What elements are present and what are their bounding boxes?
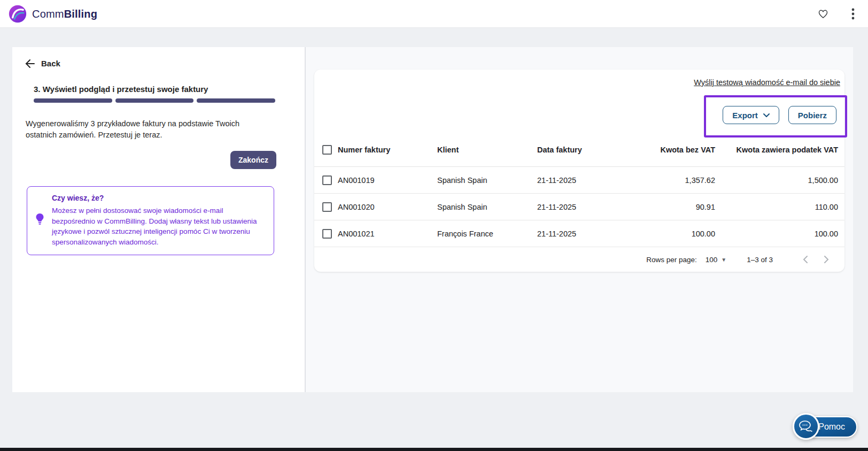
amount-gross: 1,500.00 bbox=[715, 176, 838, 185]
invoice-date: 21-11-2025 bbox=[537, 176, 637, 185]
column-header: Kwota bez VAT bbox=[637, 146, 715, 154]
select-row-checkbox[interactable] bbox=[322, 175, 332, 185]
invoice-table-card: Wyślij testową wiadomość e-mail do siebi… bbox=[314, 70, 844, 272]
amount-gross: 110.00 bbox=[715, 203, 838, 211]
select-row-checkbox[interactable] bbox=[322, 229, 332, 239]
commbilling-logo-icon bbox=[9, 5, 27, 23]
rows-per-page-select[interactable]: 100 ▼ bbox=[706, 256, 726, 264]
tip-title: Czy wiesz, że? bbox=[52, 194, 265, 202]
help-label: Pomoc bbox=[818, 422, 845, 432]
client-name: Spanish Spain bbox=[437, 176, 537, 185]
export-label: Export bbox=[732, 111, 758, 120]
lightbulb-icon bbox=[36, 213, 44, 227]
invoice-number: AN001020 bbox=[338, 203, 437, 211]
select-all-checkbox[interactable] bbox=[322, 145, 332, 155]
step-title: 3. Wyświetl podgląd i przetestuj swoje f… bbox=[34, 85, 208, 94]
step-progress-bar bbox=[34, 98, 275, 103]
app-header: CommBilling bbox=[0, 0, 868, 28]
table-row[interactable]: AN001019 Spanish Spain 21-11-2025 1,357.… bbox=[314, 167, 844, 194]
page: CommBilling bbox=[0, 0, 868, 451]
chevron-left-icon[interactable] bbox=[797, 252, 812, 267]
invoice-date: 21-11-2025 bbox=[537, 230, 637, 238]
download-button[interactable]: Pobierz bbox=[788, 106, 836, 124]
invoice-table: Numer faktury Klient Data faktury Kwota … bbox=[314, 133, 844, 247]
progress-segment bbox=[197, 98, 275, 103]
table-pagination: Rows per page: 100 ▼ 1–3 of 3 bbox=[314, 247, 844, 272]
select-row-checkbox[interactable] bbox=[322, 202, 332, 212]
column-header: Klient bbox=[437, 146, 537, 154]
back-label: Back bbox=[41, 59, 60, 68]
step-description: Wygenerowaliśmy 3 przykładowe faktury na… bbox=[26, 118, 259, 141]
invoice-number: AN001019 bbox=[338, 176, 437, 185]
table-row[interactable]: AN001020 Spanish Spain 21-11-2025 90.91 … bbox=[314, 194, 844, 220]
column-header: Kwota zawiera podatek VAT bbox=[715, 146, 838, 154]
client-name: Spanish Spain bbox=[437, 203, 537, 211]
invoice-number: AN001021 bbox=[338, 230, 437, 238]
amount-net: 90.91 bbox=[637, 203, 715, 211]
client-name: François France bbox=[437, 230, 537, 238]
tip-body: Możesz w pełni dostosować swoje wiadomoś… bbox=[52, 205, 265, 247]
did-you-know-box: Czy wiesz, że? Możesz w pełni dostosować… bbox=[27, 186, 274, 255]
rows-per-page-value: 100 bbox=[706, 256, 718, 264]
pagination-range: 1–3 of 3 bbox=[747, 256, 773, 264]
brand-logo: CommBilling bbox=[9, 5, 97, 23]
amount-gross: 100.00 bbox=[715, 230, 838, 238]
amount-net: 100.00 bbox=[637, 230, 715, 238]
table-actions: Export Pobierz bbox=[723, 106, 836, 124]
favorites-heart-icon[interactable] bbox=[816, 6, 831, 21]
amount-net: 1,357.62 bbox=[637, 176, 715, 185]
column-header: Numer faktury bbox=[338, 146, 437, 154]
chevron-right-icon[interactable] bbox=[819, 252, 834, 267]
back-button[interactable]: Back bbox=[25, 59, 60, 68]
brand-name: CommBilling bbox=[32, 8, 97, 20]
progress-segment bbox=[34, 98, 112, 103]
column-header: Data faktury bbox=[537, 146, 637, 154]
invoice-date: 21-11-2025 bbox=[537, 203, 637, 211]
wizard-panel: Back 3. Wyświetl podgląd i przetestuj sw… bbox=[12, 47, 305, 392]
dropdown-caret-icon: ▼ bbox=[721, 257, 726, 263]
help-button[interactable]: Pomoc bbox=[793, 413, 857, 440]
window-bottom-edge bbox=[0, 448, 868, 451]
send-test-email-link[interactable]: Wyślij testową wiadomość e-mail do siebi… bbox=[694, 78, 840, 87]
chevron-down-icon bbox=[763, 113, 770, 117]
export-button[interactable]: Export bbox=[723, 106, 779, 124]
table-header-row: Numer faktury Klient Data faktury Kwota … bbox=[314, 133, 844, 167]
finish-button[interactable]: Zakończ bbox=[230, 151, 276, 169]
rows-per-page-label: Rows per page: bbox=[646, 256, 697, 264]
chat-bubbles-icon bbox=[799, 421, 813, 432]
back-arrow-icon bbox=[25, 59, 35, 68]
progress-segment bbox=[115, 98, 194, 103]
table-row[interactable]: AN001021 François France 21-11-2025 100.… bbox=[314, 220, 844, 247]
kebab-menu-icon[interactable] bbox=[846, 6, 861, 21]
